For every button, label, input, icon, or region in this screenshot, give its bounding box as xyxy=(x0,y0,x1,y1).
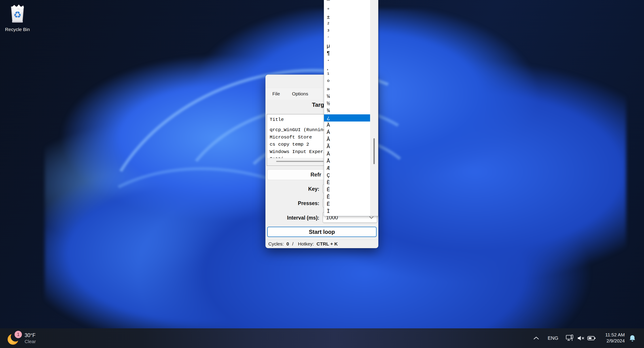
clock-date: 2/9/2024 xyxy=(605,338,625,344)
weather-widget[interactable]: 1 30°F Clear xyxy=(5,329,38,347)
recycle-bin-shortcut[interactable]: ♻ Recycle Bin xyxy=(3,3,32,32)
dropdown-option[interactable]: ´ xyxy=(324,35,370,42)
speaker-muted-icon xyxy=(577,335,586,342)
chevron-down-icon xyxy=(369,216,374,219)
dropdown-option[interactable]: ³ xyxy=(324,28,370,35)
dropdown-option[interactable]: Á xyxy=(324,129,370,136)
menu-options[interactable]: Options xyxy=(291,90,309,98)
start-loop-button[interactable]: Start loop xyxy=(267,227,376,237)
chevron-up-icon xyxy=(533,336,540,340)
key-dropdown-list: ¯°±²³´µ¶·¸¹º»¼½¾¿ÀÁÂÃÄÅÆÇÈÉÊËÌ xyxy=(324,0,370,216)
status-bar: Cycles: 0 / Hotkey: CTRL + K xyxy=(266,240,378,248)
tray-expand-button[interactable] xyxy=(532,335,540,341)
dropdown-option[interactable]: · xyxy=(324,57,370,64)
display-device-button[interactable] xyxy=(565,334,574,342)
cycles-value: 0 xyxy=(286,241,289,247)
key-dropdown-popup: ¯°±²³´µ¶·¸¹º»¼½¾¿ÀÁÂÃÄÅÆÇÈÉÊËÌ xyxy=(324,0,378,216)
dropdown-option[interactable]: Â xyxy=(324,136,370,143)
clock[interactable]: 11:52 AM 2/9/2024 xyxy=(605,332,625,344)
vertical-scrollbar-thumb[interactable] xyxy=(374,138,375,164)
clock-time: 11:52 AM xyxy=(605,332,625,338)
clear-night-icon: 1 xyxy=(8,331,21,345)
dropdown-option[interactable]: ² xyxy=(324,21,370,28)
refresh-button-label: Refr xyxy=(310,172,321,178)
dropdown-option[interactable]: É xyxy=(324,186,370,193)
recycle-bin-icon: ♻ xyxy=(7,3,28,25)
dropdown-option[interactable]: ¾ xyxy=(324,107,370,114)
window-list-row[interactable]: Windows Input Experi xyxy=(270,149,326,154)
dropdown-option[interactable]: Ä xyxy=(324,150,370,158)
dropdown-option[interactable]: Ç xyxy=(324,172,370,179)
language-indicator[interactable]: ENG xyxy=(546,335,560,341)
window-list-row[interactable]: cs copy temp 2 xyxy=(270,142,309,147)
horizontal-scrollbar-thumb[interactable] xyxy=(276,161,324,162)
weather-temperature: 30°F xyxy=(24,332,36,339)
dropdown-option[interactable]: ¸ xyxy=(324,64,370,71)
hotkey-value: CTRL + K xyxy=(317,241,338,247)
dropdown-option-selected[interactable]: ¿ xyxy=(324,114,370,122)
dropdown-option[interactable]: Ì xyxy=(324,208,370,215)
dropdown-option[interactable]: ± xyxy=(324,14,370,21)
dropdown-option[interactable]: ¹ xyxy=(324,71,370,78)
battery-icon xyxy=(587,335,596,341)
monitor-pen-icon xyxy=(566,334,574,342)
window-list-row[interactable]: qrcp_WinGUI (Running xyxy=(270,127,326,133)
cycles-label: Cycles: xyxy=(268,241,284,247)
dropdown-option[interactable]: ¼ xyxy=(324,93,370,100)
dropdown-option[interactable]: Æ xyxy=(324,165,370,172)
dropdown-option[interactable]: º xyxy=(324,78,370,86)
dropdown-option[interactable]: À xyxy=(324,122,370,129)
volume-button[interactable] xyxy=(576,335,586,342)
svg-text:♻: ♻ xyxy=(14,9,22,20)
interval-label: Interval (ms): xyxy=(267,215,319,221)
notification-center-button[interactable] xyxy=(628,335,636,342)
dropdown-option[interactable]: È xyxy=(324,179,370,186)
window-list-row[interactable]: Microsoft Store xyxy=(270,135,312,140)
dropdown-option[interactable]: Å xyxy=(324,158,370,165)
dropdown-option[interactable]: ¶ xyxy=(324,50,370,57)
start-loop-label: Start loop xyxy=(309,229,335,235)
key-label: Key: xyxy=(267,186,319,192)
vertical-scrollbar[interactable] xyxy=(370,0,378,216)
dropdown-option[interactable]: Ã xyxy=(324,143,370,150)
notification-bell-icon xyxy=(629,335,636,342)
dropdown-option[interactable]: ° xyxy=(324,6,370,14)
recycle-bin-label: Recycle Bin xyxy=(3,27,32,32)
dropdown-option[interactable]: Ë xyxy=(324,200,370,208)
dropdown-option[interactable]: Ê xyxy=(324,193,370,200)
status-divider: / xyxy=(292,241,294,247)
dropdown-option[interactable]: ¯ xyxy=(324,0,370,6)
dropdown-option[interactable]: » xyxy=(324,86,370,93)
notification-badge: 1 xyxy=(14,331,22,338)
menu-file[interactable]: File xyxy=(272,90,281,98)
target-window-heading: Targ xyxy=(312,101,324,108)
hotkey-label: Hotkey: xyxy=(298,241,314,247)
presses-label: Presses: xyxy=(267,200,319,206)
dropdown-option[interactable]: µ xyxy=(324,42,370,50)
battery-button[interactable] xyxy=(587,335,596,341)
dropdown-option[interactable]: ½ xyxy=(324,100,370,107)
weather-condition: Clear xyxy=(24,339,36,344)
